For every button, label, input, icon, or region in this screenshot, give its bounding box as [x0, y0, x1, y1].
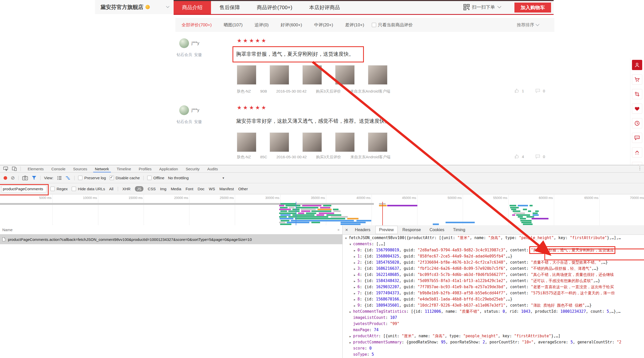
collapsed-arrow-icon[interactable]: ▶: [354, 284, 357, 290]
json-line[interactable]: imageListCount: 107: [343, 315, 644, 321]
review-image-thumb[interactable]: [335, 65, 355, 85]
json-line[interactable]: ▶1: {id: 1568004325, guid: "858fec67-2ce…: [343, 253, 644, 259]
type-filter-xhr[interactable]: XHR: [122, 187, 131, 191]
json-line[interactable]: ▶9: {id: 1809435601, guid: "10dc2f87-922…: [343, 302, 644, 308]
detail-tab-headers[interactable]: Headers: [351, 226, 374, 234]
collapsed-arrow-icon[interactable]: ▶: [354, 290, 357, 297]
devtools-tab-console[interactable]: Console: [48, 165, 69, 172]
review-image-thumb[interactable]: [368, 132, 387, 152]
type-filter-ws[interactable]: WS: [209, 187, 215, 191]
collapsed-arrow-icon[interactable]: ▶: [354, 248, 357, 254]
screenshot-icon[interactable]: [632, 89, 642, 99]
thumbs-up-icon[interactable]: [514, 154, 519, 159]
hide-data-urls-toggle[interactable]: Hide data URLs: [72, 187, 105, 191]
json-line[interactable]: ▶productCommentSummary: {goodRateShow: 9…: [343, 339, 644, 345]
back-to-top-icon[interactable]: [632, 147, 642, 158]
only-current-product-checkbox[interactable]: [372, 23, 376, 27]
name-column-header[interactable]: Name: [0, 225, 342, 234]
review-filter-item[interactable]: 中评(20+): [314, 22, 333, 28]
json-line[interactable]: ▶7: {id: 1977494373, guid: "b9b8e1b9-b2f…: [343, 290, 644, 296]
offline-toggle[interactable]: Offline: [147, 176, 164, 180]
disable-cache-toggle[interactable]: Disable cache: [110, 176, 140, 180]
request-row[interactable]: productPageComments.action?callback=fetc…: [0, 234, 342, 244]
collapsed-arrow-icon[interactable]: ▶: [354, 266, 357, 272]
disable-cache-checkbox[interactable]: [110, 176, 114, 180]
json-line[interactable]: ▶3: {id: 1686216637, guid: "fbf1c24d-6a2…: [343, 265, 644, 272]
collapsed-arrow-icon[interactable]: ▶: [354, 254, 357, 260]
json-line[interactable]: score: 0: [343, 345, 644, 351]
hide-data-urls-checkbox[interactable]: [72, 187, 76, 191]
json-line[interactable]: ▶5: {id: 1584348432, guid: "5d097b55-8fa…: [343, 278, 644, 284]
record-button[interactable]: [4, 176, 7, 180]
collapsed-arrow-icon[interactable]: ▶: [354, 297, 357, 303]
message-icon[interactable]: [632, 133, 642, 143]
json-line[interactable]: soType: 5: [343, 351, 644, 357]
review-filter-item[interactable]: 好评(600+): [281, 22, 302, 28]
review-image-thumb[interactable]: [270, 65, 289, 85]
history-icon[interactable]: [632, 118, 642, 128]
sort-dropdown[interactable]: 推荐排序: [517, 18, 540, 32]
collapsed-arrow-icon[interactable]: ▶: [350, 309, 353, 315]
detail-tab-preview[interactable]: Preview: [375, 226, 398, 234]
type-filter-all[interactable]: All: [109, 187, 113, 191]
store-selector[interactable]: 黛安芬官方旗舰店: [100, 0, 170, 14]
heart-icon[interactable]: [632, 104, 642, 114]
type-filter-css[interactable]: CSS: [148, 187, 156, 191]
type-filter-img[interactable]: Img: [160, 187, 166, 191]
detail-tab-timing[interactable]: Timing: [449, 226, 469, 234]
shop-tab[interactable]: 商品介绍: [174, 1, 211, 14]
filter-funnel-icon[interactable]: [31, 175, 37, 180]
review-image-thumb[interactable]: [237, 65, 256, 85]
type-filter-doc[interactable]: Doc: [198, 187, 205, 191]
collapsed-arrow-icon[interactable]: ▶: [350, 340, 353, 346]
devtools-tab-sources[interactable]: Sources: [69, 165, 91, 172]
review-filter-item[interactable]: 差评(10+): [345, 22, 364, 28]
json-preview-tree[interactable]: ▼fetchJSON_comment98vv100({productAttr: …: [343, 235, 644, 358]
comment-icon[interactable]: [535, 154, 540, 159]
json-line[interactable]: maxPage: 74: [343, 327, 644, 333]
type-filter-font[interactable]: Font: [186, 187, 193, 191]
devtools-tab-security[interactable]: Security: [182, 165, 203, 172]
collapsed-arrow-icon[interactable]: ▶: [354, 303, 357, 309]
reviewer-name[interactable]: j***y: [192, 41, 199, 46]
devtools-tab-network[interactable]: Network: [91, 165, 113, 172]
review-image-thumb[interactable]: [368, 65, 387, 85]
scan-to-order[interactable]: 扫一扫下单: [463, 0, 501, 14]
type-filter-other[interactable]: Other: [238, 187, 248, 191]
cart-icon[interactable]: [632, 74, 642, 85]
json-line[interactable]: ▶hotCommentTagStatistics: [{id: 1112006,…: [343, 308, 644, 315]
offline-checkbox[interactable]: [147, 176, 152, 180]
type-filter-media[interactable]: Media: [171, 187, 181, 191]
json-line[interactable]: ▶2: {id: 1854765020, guid: "2f336694-bf8…: [343, 259, 644, 265]
expanded-arrow-icon[interactable]: ▼: [345, 235, 349, 241]
regex-toggle[interactable]: Regex: [50, 187, 68, 191]
type-filter-js[interactable]: JS: [135, 186, 144, 192]
chevron-down-icon[interactable]: [166, 6, 170, 8]
json-line[interactable]: ▶8: {id: 1568670166, guid: "e4de5b81-1ad…: [343, 296, 644, 302]
shop-tab[interactable]: 本店好评商品: [301, 1, 348, 14]
devtools-tab-application[interactable]: Application: [155, 165, 182, 172]
only-current-product-filter[interactable]: 只看当前商品评价: [372, 18, 413, 32]
review-image-thumb[interactable]: [270, 132, 289, 152]
json-line[interactable]: ▶productAttr: [{unit: "厘米", name: "身高", …: [343, 333, 644, 339]
type-filter-manifest[interactable]: Manifest: [219, 187, 234, 191]
json-line[interactable]: ▶0: {id: 1567998019, guid: "2d8afaa5-979…: [343, 247, 644, 253]
collapsed-arrow-icon[interactable]: ▶: [354, 260, 357, 266]
review-filter-item[interactable]: 晒图(107): [224, 22, 243, 28]
json-line[interactable]: ▼comments: [,…]: [343, 241, 644, 247]
device-toolbar-icon[interactable]: [12, 166, 17, 171]
review-filter-item[interactable]: 全部评价(700+): [182, 22, 212, 28]
network-filter-input[interactable]: [2, 186, 46, 192]
review-image-thumb[interactable]: [302, 65, 322, 85]
shop-tab[interactable]: 售后保障: [211, 1, 248, 14]
comment-icon[interactable]: [535, 88, 540, 93]
add-to-cart-button[interactable]: 加入购物车: [514, 3, 551, 13]
view-waterfall-icon[interactable]: [66, 176, 71, 180]
user-icon[interactable]: [632, 60, 642, 70]
clear-icon[interactable]: ⊘: [11, 175, 15, 180]
devtools-tab-timeline[interactable]: Timeline: [113, 165, 135, 172]
json-line[interactable]: ▶4: {id: 1622148685, guid: "bc09fcd3-5c7…: [343, 272, 644, 278]
review-filter-item[interactable]: 追评(0): [255, 22, 269, 28]
thumbs-up-icon[interactable]: [514, 88, 519, 93]
shop-tab[interactable]: 商品评价(700+): [248, 1, 301, 14]
